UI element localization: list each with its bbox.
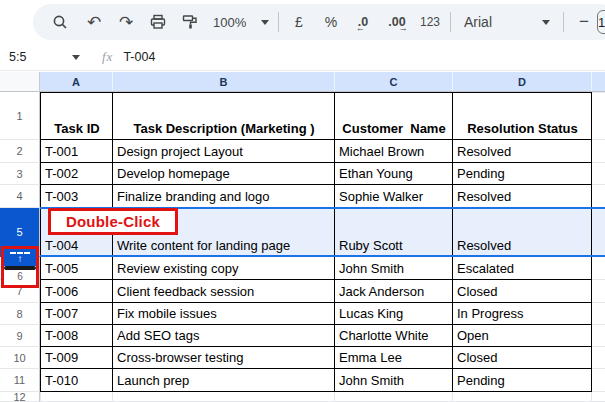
decrease-font-size-button[interactable]: − (571, 9, 597, 35)
cell-D8[interactable]: In Progress (453, 303, 592, 325)
row-header-9[interactable]: 9 (0, 325, 40, 347)
row-header-12[interactable]: 12 (0, 392, 40, 402)
row-header-1[interactable]: 1 (0, 92, 40, 140)
cell-D11[interactable]: Pending (453, 369, 592, 392)
cell-C5[interactable]: Ruby Scott (335, 208, 453, 257)
formula-bar: 5:5 fx T-004 (0, 44, 605, 71)
cell-D2[interactable]: Resolved (453, 140, 592, 163)
cell-A1[interactable]: Task ID (40, 92, 113, 140)
cell-B1[interactable]: Task Description (Marketing ) (113, 92, 335, 140)
cell-D1[interactable]: Resolution Status (453, 92, 592, 140)
cell-B8[interactable]: Fix mobile issues (113, 303, 335, 325)
cell-E10[interactable] (592, 347, 605, 369)
row-header-2[interactable]: 2 (0, 140, 40, 163)
cell-D9[interactable]: Open (453, 325, 592, 347)
redo-icon: ↷ (119, 12, 133, 33)
row-header-11[interactable]: 11 (0, 369, 40, 392)
cell-A6[interactable]: T-005 (40, 257, 113, 280)
select-all-corner[interactable] (0, 72, 40, 91)
cell-B7[interactable]: Client feedback session (113, 280, 335, 303)
cell-D7[interactable]: Closed (453, 280, 592, 303)
column-header-E[interactable]: E (592, 72, 605, 91)
cell-B10[interactable]: Cross-browser testing (113, 347, 335, 369)
cell-C10[interactable]: Emma Lee (335, 347, 453, 369)
cell-E11[interactable] (592, 369, 605, 392)
cell-D6[interactable]: Escalated (453, 257, 592, 280)
search-button[interactable] (47, 9, 73, 35)
cell-E3[interactable] (592, 163, 605, 185)
cell-C1[interactable]: Customer Name (335, 92, 453, 140)
column-header-A[interactable]: A (40, 72, 113, 91)
name-box[interactable]: 5:5 (0, 50, 88, 64)
name-box-value: 5:5 (9, 50, 26, 64)
row-header-3[interactable]: 3 (0, 163, 40, 185)
cell-A4[interactable]: T-003 (40, 185, 113, 208)
cell-D10[interactable]: Closed (453, 347, 592, 369)
cell-E12[interactable] (592, 392, 605, 402)
cell-E6[interactable] (592, 257, 605, 280)
cell-A3[interactable]: T-002 (40, 163, 113, 185)
cell-C3[interactable]: Ethan Young (335, 163, 453, 185)
cell-B6[interactable]: Review existing copy (113, 257, 335, 280)
cell-B4[interactable]: Finalize branding and logo (113, 185, 335, 208)
cell-A11[interactable]: T-010 (40, 369, 113, 392)
number-format-button[interactable]: 123 (417, 9, 443, 35)
sheet-row-4: 4T-003Finalize branding and logoSophie W… (0, 185, 605, 208)
row-header-4[interactable]: 4 (0, 185, 40, 208)
cell-E4[interactable] (592, 185, 605, 208)
chevron-down-icon (72, 55, 80, 60)
cell-E7[interactable] (592, 280, 605, 303)
cell-D3[interactable]: Pending (453, 163, 592, 185)
sheet-row-1: 1Task IDTask Description (Marketing )Cus… (0, 92, 605, 140)
cell-A8[interactable]: T-007 (40, 303, 113, 325)
cell-A2[interactable]: T-001 (40, 140, 113, 163)
cell-D12[interactable] (453, 392, 592, 402)
cell-C2[interactable]: Michael Brown (335, 140, 453, 163)
formula-input[interactable]: T-004 (123, 50, 155, 64)
cell-A12[interactable] (40, 392, 113, 402)
column-header-C[interactable]: C (335, 72, 453, 91)
toolbar: ↶ ↷ 100% £ % .0← .00→ 123 Arial (33, 4, 605, 40)
cell-C6[interactable]: John Smith (335, 257, 453, 280)
sheet-row-6: 6T-005Review existing copyJohn SmithEsca… (0, 257, 605, 280)
row-header-8[interactable]: 8 (0, 303, 40, 325)
undo-button[interactable]: ↶ (81, 9, 107, 35)
cell-C12[interactable] (335, 392, 453, 402)
cell-D5[interactable]: Resolved (453, 208, 592, 257)
font-select[interactable]: Arial (460, 9, 554, 35)
font-name: Arial (464, 14, 492, 30)
column-header-D[interactable]: D (453, 72, 592, 91)
column-header-B[interactable]: B (113, 72, 335, 91)
cell-B12[interactable] (113, 392, 335, 402)
cell-B11[interactable]: Launch prep (113, 369, 335, 392)
font-size-input[interactable]: 12 (597, 10, 605, 34)
cell-B2[interactable]: Design project Layout (113, 140, 335, 163)
row-header-10[interactable]: 10 (0, 347, 40, 369)
google-sheets-window: ↶ ↷ 100% £ % .0← .00→ 123 Arial (0, 0, 605, 402)
zoom-select[interactable]: 100% (211, 9, 271, 35)
cell-A9[interactable]: T-008 (40, 325, 113, 347)
cell-E9[interactable] (592, 325, 605, 347)
cell-E1[interactable] (592, 92, 605, 140)
cell-B9[interactable]: Add SEO tags (113, 325, 335, 347)
cell-B3[interactable]: Develop homepage (113, 163, 335, 185)
redo-button[interactable]: ↷ (113, 9, 139, 35)
print-button[interactable] (145, 9, 171, 35)
percent-format-button[interactable]: % (318, 9, 344, 35)
increase-decimal-button[interactable]: .00→ (384, 9, 410, 35)
cell-C9[interactable]: Charlotte White (335, 325, 453, 347)
decrease-decimal-button[interactable]: .0← (350, 9, 376, 35)
chevron-down-icon (261, 20, 269, 25)
cell-C11[interactable]: John Smith (335, 369, 453, 392)
cell-D4[interactable]: Resolved (453, 185, 592, 208)
cell-E8[interactable] (592, 303, 605, 325)
cell-A10[interactable]: T-009 (40, 347, 113, 369)
cell-C4[interactable]: Sophie Walker (335, 185, 453, 208)
cell-A7[interactable]: T-006 (40, 280, 113, 303)
paint-format-button[interactable] (177, 9, 203, 35)
currency-format-button[interactable]: £ (286, 9, 312, 35)
cell-C8[interactable]: Lucas King (335, 303, 453, 325)
cell-C7[interactable]: Jack Anderson (335, 280, 453, 303)
cell-E2[interactable] (592, 140, 605, 163)
cell-E5[interactable] (592, 208, 605, 257)
